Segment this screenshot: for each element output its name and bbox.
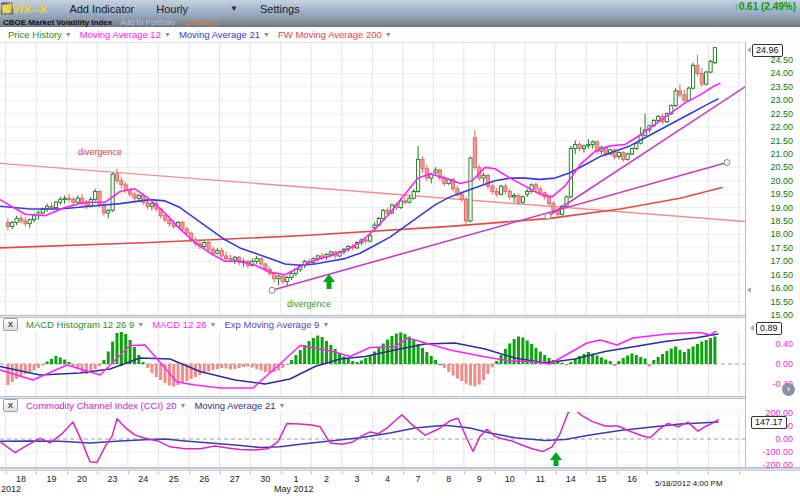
axis-tick-label: 24.00 [746, 68, 793, 78]
cci-ma21-dropdown[interactable]: Moving Average 21▼ [194, 400, 285, 411]
axis-tick-label: 21.00 [746, 149, 793, 159]
macd-histogram-bar [98, 364, 101, 366]
macd-histogram-bar [59, 358, 62, 365]
index-name-label: CBOE Market Volatility Index [3, 18, 112, 27]
fwma200-label: FW Moving Average 200 [278, 29, 382, 40]
macd-histogram-bar [678, 350, 681, 364]
candle-body [128, 190, 131, 194]
settings-button[interactable]: Settings [260, 3, 300, 15]
macd-histogram-bar [613, 364, 616, 366]
axis-tick [6, 471, 7, 474]
chevron-down-icon: ▼ [179, 402, 186, 409]
trendline-handle[interactable] [545, 213, 551, 219]
macd-histogram-bar [351, 361, 354, 364]
macd-histogram-bar [434, 360, 437, 364]
cci-chart[interactable] [0, 412, 745, 467]
timeframe-dropdown[interactable]: Hourly [156, 3, 188, 15]
macd-histogram-bar [630, 354, 633, 365]
candle-body [364, 240, 367, 241]
macd-histogram-bar [700, 342, 703, 365]
macd-histogram-bar [120, 332, 123, 366]
macd-histogram-bar [316, 336, 319, 365]
candle-body [499, 186, 502, 194]
add-to-portfolio-link[interactable]: Add to Portfolio [120, 18, 175, 27]
candle-body [59, 200, 62, 203]
macd-histogram-bar [569, 362, 572, 364]
macd-histogram-bar [587, 352, 590, 364]
macd-histogram-label: MACD Histogram 12 26 9 [26, 319, 134, 330]
macd-dropdown[interactable]: MACD 12 26▼ [152, 319, 216, 330]
macd-histogram-bar [94, 364, 97, 369]
date-label: 8 [436, 474, 462, 484]
note-icon[interactable] [0, 2, 14, 15]
next-panel-button[interactable]: › [782, 383, 795, 396]
macd-histogram-dropdown[interactable]: MACD Histogram 12 26 9▼ [26, 319, 144, 330]
drawings-link[interactable]: Drawings [185, 18, 218, 27]
axis-tick-label: 19.00 [746, 203, 793, 213]
ma21-dropdown[interactable]: Moving Average 21▼ [179, 29, 270, 40]
candle-body [591, 142, 594, 145]
channel-line[interactable] [548, 75, 745, 216]
price-chart[interactable]: divergencedivergence [0, 42, 745, 315]
macd-histogram-bar [260, 364, 263, 371]
macd-close-button[interactable]: X [3, 318, 18, 331]
candle-body [107, 210, 110, 213]
candle-body [150, 204, 153, 207]
divergence-annotation-bottom[interactable]: divergence [287, 299, 331, 309]
macd-histogram-bar [198, 364, 201, 375]
axis-tick-label: 17.50 [746, 243, 793, 253]
trendline-handle[interactable] [724, 160, 730, 166]
axis-tick-label: 18.50 [746, 216, 793, 226]
candle-body [473, 138, 476, 168]
macd-histogram-bar [377, 348, 380, 365]
macd-histogram-bar [246, 364, 249, 367]
macd-histogram-bar [46, 362, 49, 365]
axis-tick [617, 471, 618, 474]
macd-histogram-bar [229, 364, 232, 370]
candle-body [709, 61, 712, 72]
macd-histogram-bar [102, 360, 105, 364]
macd-chart[interactable] [0, 331, 745, 396]
macd-histogram-bar [665, 351, 668, 364]
macd-histogram-bar [107, 352, 110, 365]
axis-tick-label: 16.50 [746, 270, 793, 280]
cci-close-button[interactable]: X [3, 399, 18, 412]
add-indicator-button[interactable]: Add Indicator [69, 3, 134, 15]
macd-histogram-bar [469, 364, 472, 386]
axis-tick [433, 471, 434, 474]
fwma200-dropdown[interactable]: FW Moving Average 200▼ [278, 29, 392, 40]
candle-body [255, 259, 258, 262]
macd-histogram-bar [15, 364, 18, 379]
trendline-handle[interactable] [269, 287, 275, 293]
macd-histogram-bar [33, 364, 36, 370]
candle-body [50, 206, 53, 207]
axis-tick [556, 471, 557, 474]
divergence-support-line[interactable] [272, 163, 727, 291]
last-price-box: 24.96 [752, 44, 783, 57]
ma12-dropdown[interactable]: Moving Average 12▼ [80, 29, 171, 40]
macd-histogram-bar [639, 357, 642, 364]
candle-body [521, 197, 524, 202]
candle-body [491, 186, 494, 191]
up-arrow-annotation[interactable] [550, 452, 562, 466]
time-axis-strip: 2012 May 2012 5/18/2012 4:00 PM 18192023… [0, 471, 800, 496]
candle-body [76, 198, 79, 202]
candle-body [15, 218, 18, 222]
macd-histogram-bar [438, 364, 441, 365]
divergence-annotation-top[interactable]: divergence [78, 147, 122, 157]
exp-ma9-dropdown[interactable]: Exp Moving Average 9▼ [225, 319, 330, 330]
axis-tick [250, 471, 251, 474]
macd-histogram-bar [325, 341, 328, 364]
macd-histogram-bar [460, 364, 463, 381]
macd-histogram-bar [395, 334, 398, 365]
symbol-label[interactable]: VIX--X [12, 3, 47, 15]
macd-histogram-bar [447, 364, 450, 372]
macd-histogram-bar [635, 355, 638, 364]
axis-tick-label: 15.00 [746, 310, 793, 320]
cci-dropdown[interactable]: Commodity Channel Index (CCI) 20▼ [26, 400, 186, 411]
timeframe-caret-icon[interactable]: ▼ [230, 4, 238, 13]
price-history-dropdown[interactable]: Price History▼ [8, 29, 72, 40]
candle-body [626, 154, 629, 159]
macd-histogram-bar [251, 364, 254, 368]
axis-tick-label: -100.00 [746, 447, 793, 457]
